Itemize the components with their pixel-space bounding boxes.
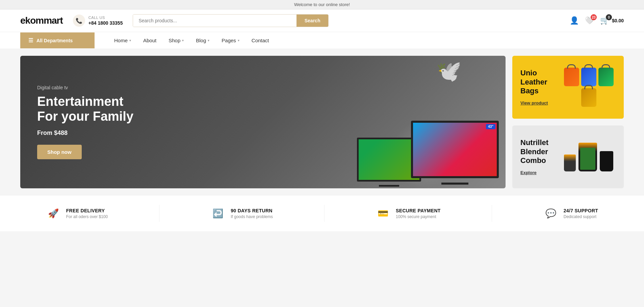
blender-banner-text: Nutrillet Blender Combo Explore (520, 138, 548, 175)
bag-green (598, 68, 614, 86)
chevron-down-icon-shop: ▾ (182, 39, 184, 42)
blender-explore-link[interactable]: Explore (520, 170, 537, 175)
nav-item-pages[interactable]: Pages ▾ (215, 32, 246, 49)
support-title: 24/7 SUPPORT (564, 208, 598, 213)
blender-banner-image (562, 135, 616, 179)
payment-icon: 💳 (376, 206, 390, 221)
bag-yellow (581, 88, 596, 107)
cart-icon: 🛒 0 (600, 16, 609, 25)
hero-price: From $488 (37, 129, 133, 137)
features-bar: 🚀 FREE DELIVERY For all oders over $100 … (0, 195, 644, 231)
bags-banner: Unio Leather Bags View product (512, 56, 624, 119)
feature-divider-3 (492, 205, 492, 222)
blender-main (578, 143, 597, 171)
delivery-icon: 🚀 (46, 206, 61, 221)
tv-size-badge: 43" (486, 124, 495, 129)
bag-orange (564, 68, 579, 86)
return-icon: ↩️ (210, 206, 225, 221)
nav-pages-label: Pages (222, 38, 236, 43)
cart-container[interactable]: 🛒 0 $0.00 (600, 16, 624, 25)
return-title: 90 DAYS RETURN (231, 208, 273, 213)
delivery-subtitle: For all oders over $100 (66, 214, 108, 219)
payment-title: SECURE PAYMENT (396, 208, 441, 213)
nav-item-home[interactable]: Home ▾ (108, 32, 137, 49)
shop-now-button[interactable]: Shop now (37, 145, 82, 159)
hamburger-icon: ☰ (28, 37, 33, 44)
nav-links: Home ▾ About Shop ▾ Blog ▾ Pages ▾ Conta… (108, 32, 275, 49)
support-icon: 💬 (543, 206, 558, 221)
bag-group (562, 68, 616, 107)
call-number: +84 1800 33355 (88, 20, 123, 26)
feature-delivery: 🚀 FREE DELIVERY For all oders over $100 (46, 205, 108, 222)
nav-blog-label: Blog (196, 38, 206, 43)
nav-item-blog[interactable]: Blog ▾ (190, 32, 215, 49)
bags-view-product-link[interactable]: View product (520, 100, 548, 105)
payment-subtitle: 100% secure payment (396, 214, 441, 219)
nav-about-label: About (143, 38, 156, 43)
hero-content: Digital cable tv Entertainment For your … (20, 71, 150, 172)
feature-support: 💬 24/7 SUPPORT Dedicated support (543, 205, 598, 222)
call-label: CALL US (88, 15, 123, 20)
feature-divider-1 (159, 205, 159, 222)
nav-home-label: Home (114, 38, 128, 43)
hero-banner: Digital cable tv Entertainment For your … (20, 56, 506, 188)
feature-divider-2 (324, 205, 325, 222)
call-us: 📞 CALL US +84 1800 33355 (73, 15, 123, 27)
nav-item-shop[interactable]: Shop ▾ (162, 32, 190, 49)
logo[interactable]: ekommart (20, 15, 63, 26)
blender-banner-title: Nutrillet Blender Combo (520, 138, 548, 165)
cart-badge: 0 (606, 14, 612, 20)
search-input[interactable] (133, 15, 296, 27)
all-departments-button[interactable]: ☰ All Departments (20, 32, 95, 48)
chevron-down-icon-blog: ▾ (208, 39, 209, 42)
bird-icon: 🕊️ (436, 59, 462, 83)
tv-large: 43" (411, 121, 499, 178)
hero-subtitle: Digital cable tv (37, 85, 133, 90)
return-subtitle: If goods have problems (231, 214, 273, 219)
nav-contact-label: Contact (252, 38, 269, 43)
cart-amount: $0.00 (612, 18, 624, 23)
blender-group (564, 143, 613, 171)
hero-visual: 🕊️ 43" (214, 56, 506, 188)
nav-item-contact[interactable]: Contact (246, 32, 275, 49)
main-nav: ☰ All Departments Home ▾ About Shop ▾ Bl… (0, 32, 644, 49)
account-icon[interactable]: 👤 (570, 16, 579, 25)
side-banners: Unio Leather Bags View product Nutrillet… (512, 56, 624, 188)
blender-banner: Nutrillet Blender Combo Explore (512, 125, 624, 188)
nav-item-about[interactable]: About (137, 32, 162, 49)
bag-blue (581, 68, 596, 86)
main-content: Digital cable tv Entertainment For your … (0, 49, 644, 195)
header-icons: 👤 🤍 23 🛒 0 $0.00 (570, 16, 624, 25)
nav-shop-label: Shop (169, 38, 180, 43)
top-bar: Welcome to our online store! (0, 0, 644, 9)
feature-return: ↩️ 90 DAYS RETURN If goods have problems (210, 205, 273, 222)
phone-icon: 📞 (73, 15, 85, 27)
chevron-down-icon-pages: ▾ (238, 39, 239, 42)
bags-banner-title: Unio Leather Bags (520, 69, 562, 95)
top-bar-message: Welcome to our online store! (294, 2, 350, 7)
bags-banner-image (562, 65, 616, 109)
blender-small (564, 155, 576, 171)
wishlist-badge: 23 (591, 14, 597, 20)
all-departments-label: All Departments (36, 38, 73, 43)
header: ekommart 📞 CALL US +84 1800 33355 Search… (0, 9, 644, 32)
search-button[interactable]: Search (297, 15, 329, 27)
support-subtitle: Dedicated support (564, 214, 598, 219)
wishlist-icon[interactable]: 🤍 23 (585, 16, 594, 25)
search-bar: Search (133, 14, 329, 27)
tv-container: 🕊️ 43" (214, 56, 506, 188)
bags-banner-text: Unio Leather Bags View product (520, 69, 562, 105)
feature-payment: 💳 SECURE PAYMENT 100% secure payment (376, 205, 441, 222)
chevron-down-icon: ▾ (129, 39, 131, 42)
delivery-title: FREE DELIVERY (66, 208, 108, 213)
hero-title: Entertainment For your Family (37, 94, 133, 124)
blender-cup (600, 151, 613, 171)
